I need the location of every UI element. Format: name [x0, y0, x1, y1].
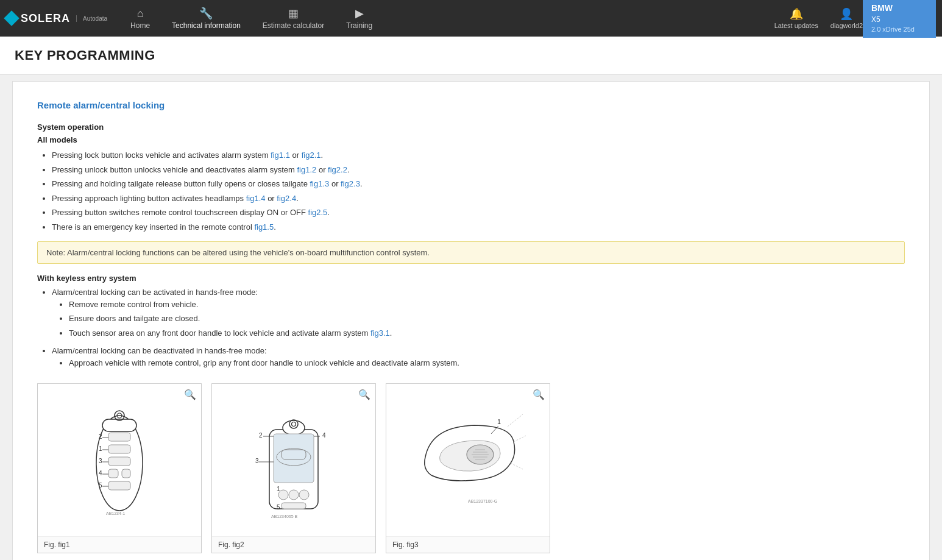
list-item: Approach vehicle with remote control, gr… — [69, 357, 905, 369]
bell-icon: 🔔 — [790, 7, 803, 21]
list-item: Alarm/central locking can be activated i… — [52, 286, 905, 339]
latest-updates[interactable]: 🔔 Latest updates — [774, 7, 818, 29]
brand-name: SOLERA — [21, 12, 70, 25]
figures-row: 🔍 — [37, 383, 905, 553]
vehicle-variant: 2.0 xDrive 25d — [871, 25, 927, 34]
svg-rect-25 — [274, 434, 314, 483]
figure-image-area-2: 2 4 3 1 5 AB1234065 B — [212, 384, 375, 536]
main-content: Remote alarm/central locking System oper… — [0, 81, 942, 560]
key-fig2-svg: 2 4 3 1 5 AB1234065 B — [242, 396, 345, 524]
fig2-5-link[interactable]: fig2.5 — [308, 208, 328, 217]
nav-technical-information[interactable]: 🔧 Technical information — [161, 7, 252, 30]
keyless-list: Alarm/central locking can be activated i… — [37, 286, 905, 369]
svg-point-30 — [299, 490, 309, 500]
vehicle-brand: BMW — [871, 2, 927, 15]
svg-text:1: 1 — [99, 445, 102, 452]
nav-right: 🔔 Latest updates 👤 diagworld2 — [774, 7, 863, 29]
play-icon: ▶ — [355, 7, 364, 20]
list-item: Pressing unlock button unlocks vehicle a… — [52, 164, 905, 176]
list-item: Pressing lock button locks vehicle and a… — [52, 149, 905, 161]
list-item: Pressing approach lighting button activa… — [52, 193, 905, 205]
keyless-sublist-activate: Remove remote control from vehicle. Ensu… — [52, 299, 905, 339]
user-icon: 👤 — [840, 7, 853, 21]
figure-card-3: 🔍 — [386, 383, 550, 553]
figure-image-area-3: 1 AB12337100-G — [386, 384, 550, 536]
keyless-section: With keyless entry system Alarm/central … — [37, 274, 905, 369]
note-box: Note: Alarm/central locking functions ca… — [37, 241, 905, 264]
svg-rect-31 — [282, 503, 306, 509]
list-item: Ensure doors and tailgate are closed. — [69, 313, 905, 325]
system-operation-title: System operation — [37, 122, 905, 132]
figure-card-1: 🔍 — [37, 383, 202, 553]
keyless-sublist-deactivate: Approach vehicle with remote control, gr… — [52, 357, 905, 369]
calculator-icon: ▦ — [288, 7, 299, 20]
svg-text:AB12337100-G: AB12337100-G — [468, 499, 497, 503]
figure-caption-1: Fig. fig1 — [38, 536, 201, 553]
svg-text:4: 4 — [322, 432, 326, 439]
figure-caption-2: Fig. fig2 — [212, 536, 375, 553]
keyless-title: With keyless entry system — [37, 274, 905, 283]
list-item: Alarm/central locking can be deactivated… — [52, 345, 905, 369]
svg-text:3: 3 — [255, 458, 259, 464]
fig2-3-link[interactable]: fig2.3 — [341, 179, 360, 188]
fig2-1-link[interactable]: fig2.1 — [302, 151, 321, 160]
nav-training[interactable]: ▶ Training — [335, 7, 383, 30]
figure-image-area-1: 2 1 3 4 5 AB1234-1 — [38, 384, 201, 536]
brand-sub: Autodata — [76, 15, 107, 22]
svg-rect-7 — [108, 469, 118, 478]
svg-point-22 — [283, 420, 305, 435]
nav-training-label: Training — [346, 21, 372, 30]
logo: SOLERA Autodata — [6, 12, 107, 25]
svg-text:2: 2 — [259, 432, 263, 439]
fig1-3-link[interactable]: fig1.3 — [310, 179, 330, 188]
svg-text:3: 3 — [99, 458, 102, 464]
fig1-4-link[interactable]: fig1.4 — [246, 194, 266, 203]
nav-home[interactable]: ⌂ Home — [119, 7, 161, 30]
list-item: Remove remote control from vehicle. — [69, 299, 905, 311]
content-area: Remote alarm/central locking System oper… — [12, 81, 930, 560]
svg-text:4: 4 — [99, 470, 102, 477]
door-handle-svg: 1 AB12337100-G — [407, 408, 529, 512]
svg-text:2: 2 — [99, 433, 102, 440]
svg-line-52 — [511, 463, 523, 469]
username-label: diagworld2 — [830, 22, 863, 29]
zoom-icon-2[interactable]: 🔍 — [358, 389, 370, 400]
latest-updates-label: Latest updates — [774, 22, 818, 29]
all-models-list: Pressing lock button locks vehicle and a… — [37, 149, 905, 233]
fig3-1-link[interactable]: fig3.1 — [370, 328, 390, 338]
zoom-icon-1[interactable]: 🔍 — [184, 389, 196, 400]
list-item: Pressing button switches remote control … — [52, 207, 905, 219]
svg-line-50 — [508, 414, 523, 427]
home-icon: ⌂ — [137, 7, 144, 20]
fig1-2-link[interactable]: fig1.2 — [297, 165, 316, 174]
svg-rect-5 — [108, 445, 130, 453]
fig2-4-link[interactable]: fig2.4 — [277, 194, 296, 203]
fig2-2-link[interactable]: fig2.2 — [328, 165, 347, 174]
vehicle-badge[interactable]: BMW X5 2.0 xDrive 25d — [863, 0, 936, 38]
svg-text:1: 1 — [497, 418, 501, 425]
svg-text:5: 5 — [99, 482, 102, 489]
svg-rect-1 — [102, 419, 136, 431]
nav-technical-label: Technical information — [172, 21, 241, 30]
figure-card-2: 🔍 — [211, 383, 376, 553]
svg-rect-4 — [108, 433, 130, 441]
svg-rect-8 — [122, 469, 130, 478]
svg-rect-9 — [108, 481, 130, 490]
list-item: There is an emergency key inserted in th… — [52, 221, 905, 233]
logo-diamond-icon — [4, 10, 19, 26]
svg-text:1: 1 — [277, 486, 280, 492]
fig1-1-link[interactable]: fig1.1 — [271, 151, 290, 160]
zoom-icon-3[interactable]: 🔍 — [533, 389, 545, 400]
user-menu[interactable]: 👤 diagworld2 — [830, 7, 863, 29]
fig1-5-link[interactable]: fig1.5 — [254, 222, 274, 232]
nav-estimate-calculator[interactable]: ▦ Estimate calculator — [252, 7, 335, 30]
navigation: SOLERA Autodata ⌂ Home 🔧 Technical infor… — [0, 0, 942, 37]
nav-estimate-label: Estimate calculator — [263, 21, 324, 30]
svg-rect-6 — [108, 457, 130, 466]
wrench-icon: 🔧 — [199, 7, 213, 20]
list-item: Touch sensor area on any front door hand… — [69, 327, 905, 339]
all-models-title: All models — [37, 135, 905, 144]
svg-point-29 — [289, 490, 299, 500]
list-item: Pressing and holding tailgate release bu… — [52, 178, 905, 190]
key-fig1-svg: 2 1 3 4 5 AB1234-1 — [71, 396, 168, 524]
